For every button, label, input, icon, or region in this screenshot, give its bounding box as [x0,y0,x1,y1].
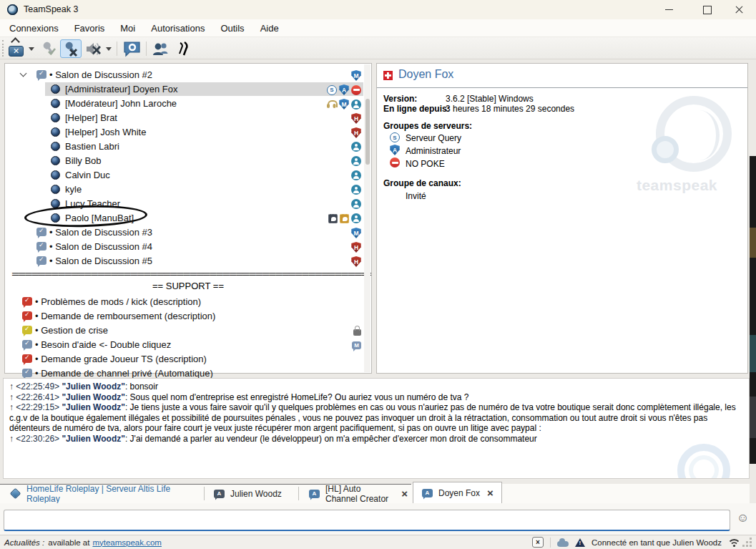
microphone-check-icon [40,41,57,57]
channel-row-problemes-mods[interactable]: • Problèmes de mods / kick (description) [5,295,371,309]
helper-shield-icon: H [351,256,361,267]
contacts-icon [151,41,170,57]
message-separator: : [125,402,130,412]
cloud-sync-icon[interactable] [557,541,569,547]
menu-outils[interactable]: Outils [212,21,252,36]
channel-row-gestion-crise[interactable]: • Gestion de crise [5,324,371,338]
title-bar: TeamSpeak 3 [0,0,756,19]
mute-speakers-button[interactable] [84,39,104,58]
message-time: <22:29:15> [16,402,59,412]
user-row-calvin-duc[interactable]: Calvin Duc [5,168,371,183]
message-separator: : [125,382,130,392]
spacer-channel-row[interactable]: == SUPPORT == [5,281,371,295]
teamspeak-logo-icon [7,4,18,15]
myteamspeak-link[interactable]: myteamspeak.com [92,538,162,547]
collapse-arrow-icon[interactable] [20,70,27,77]
away-button[interactable] [120,39,143,58]
user-row-paolo-manubat[interactable]: Paolo [ManuBat] [5,211,371,225]
tab-auto-channel-creator[interactable]: A [HL] Auto Channel Creator × [300,484,408,503]
chevron-down-icon [29,47,34,51]
message-separator: : [125,434,130,444]
channel-row-salon-5[interactable]: • Salon de Discussion #5 H [5,254,371,268]
channel-row-salon-3[interactable]: • Salon de Discussion #3 M [5,225,371,240]
message-text: Sous quel nom d'entreprise est enregistr… [130,392,469,402]
server-query-icon: S [390,132,400,142]
disconnect-dropdown[interactable] [27,39,36,58]
microphone-muted-icon [62,41,79,57]
channel-icon [36,256,46,265]
chat-message: ↑ <22:30:26> "Julien Woodz": J'ai demand… [9,434,743,444]
user-row-john-laroche[interactable]: [Modérateur] John Laroche M [5,97,371,111]
channel-row-besoin-aide[interactable]: • Besoin d'aide <- Double cliquez M [5,338,371,352]
user-row-doyen-fox[interactable]: [Administrateur] Doyen Fox S A [5,82,371,97]
user-row-brat[interactable]: [Helper] Brat H [5,111,371,125]
menu-autorisations[interactable]: Autorisations [143,21,212,36]
channel-row-salon-2[interactable]: • Salon de Discussion #2 M [5,68,371,82]
menu-favoris[interactable]: Favoris [67,21,113,36]
user-row-josh-white[interactable]: [Helper] Josh White H [5,125,371,140]
toolbar-drag-handle[interactable] [2,40,4,57]
user-label: Lucy Teacher [65,198,120,209]
contacts-button[interactable] [149,39,171,58]
close-button[interactable] [727,0,751,19]
headset-icon [326,99,337,109]
channel-icon [36,228,46,236]
poke-button[interactable] [173,39,192,58]
user-status-icon [51,127,60,137]
mute-microphone-button[interactable] [60,39,82,58]
message-author: "Julien Woodz" [62,402,125,412]
channel-label: • Gestion de crise [35,325,108,336]
user-row-bastien-labri[interactable]: Bastien Labri [5,140,371,154]
channel-row-demande-grade[interactable]: • Demande grade Joueur TS (description) [5,352,371,366]
channel-label: • Salon de Discussion #5 [49,256,152,266]
channel-label: • Problèmes de mods / kick (description) [35,296,201,307]
connection-info-icon[interactable] [728,538,740,548]
tab-server[interactable]: HomeLife Roleplay | Serveur Altis Life R… [3,484,202,503]
close-tab-icon[interactable]: × [401,488,408,499]
tree-scrollbar[interactable] [364,64,370,372]
window-title: TeamSpeak 3 [24,4,78,14]
outgoing-arrow-icon: ↑ [9,392,14,402]
member-icon [351,99,361,110]
channel-row-remboursement[interactable]: • Demande de remboursement (description) [5,309,371,324]
tab-doyen-fox[interactable]: A Doyen Fox × [413,482,502,503]
tab-label: Doyen Fox [438,488,480,498]
helper-shield-icon: H [351,127,361,138]
user-row-kyle[interactable]: kyle [5,183,371,197]
tree-scrollbar-thumb[interactable] [365,99,370,165]
emoticon-button[interactable]: ☺ [737,512,749,524]
server-group-admin: Administrateur [406,146,461,156]
menu-aide[interactable]: Aide [252,21,287,36]
user-row-lucy-teacher[interactable]: Lucy Teacher [5,197,371,211]
channel-icon-red [22,297,32,306]
user-label: kyle [65,184,82,195]
dismiss-news-button[interactable]: × [532,537,544,548]
disconnect-button[interactable]: ✕ [7,39,26,58]
warning-icon[interactable] [575,538,585,547]
toolbar: ✕ [0,37,756,59]
channel-group-value: Invité [406,191,426,201]
menu-connexions[interactable]: Connexions [1,21,67,36]
activate-microphone-button[interactable] [39,39,59,58]
maximize-button[interactable] [695,0,720,19]
minimize-button[interactable] [657,0,681,19]
chat-input[interactable] [4,510,730,531]
mute-speakers-dropdown[interactable] [104,39,113,58]
background-window-sliver [750,156,756,464]
menu-moi[interactable]: Moi [112,21,143,36]
bot-chip-dark-icon [328,214,338,223]
channel-icon [36,70,46,79]
user-row-billy-bob[interactable]: Billy Bob [5,154,371,168]
message-author: "Julien Woodz" [62,382,125,392]
channel-tree-panel: • Salon de Discussion #2 M [Administrate… [4,63,372,374]
channel-row-salon-4[interactable]: • Salon de Discussion #4 H [5,240,371,254]
user-status-icon [51,84,60,94]
online-since-label: En ligne depuis: [383,104,450,114]
resize-grip[interactable] [750,538,752,540]
user-status-icon [51,213,60,223]
chat-message: ↑ <22:25:49> "Julien Woodz": bonsoir [9,382,743,392]
channel-label: • Demande de remboursement (description) [35,311,215,321]
tab-julien-woodz[interactable]: A Julien Woodz [205,484,297,503]
close-tab-icon[interactable]: × [487,487,494,498]
client-info-title: Doyen Fox [398,68,453,81]
